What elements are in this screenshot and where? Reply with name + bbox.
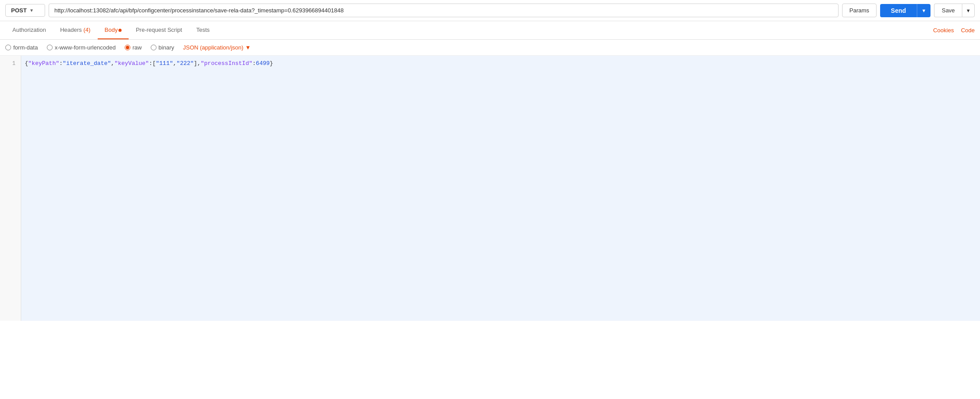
save-button[interactable]: Save — [934, 4, 962, 17]
send-dropdown-button[interactable]: ▼ — [917, 4, 931, 17]
save-button-group: Save ▼ — [934, 4, 975, 17]
val-iterate-date: "iterate_date" — [63, 60, 111, 67]
colon-1: : — [59, 60, 63, 67]
method-label: POST — [11, 7, 27, 14]
val-222: "222" — [176, 60, 194, 67]
json-format-dropdown[interactable]: JSON (application/json) ▼ — [183, 44, 251, 51]
tab-authorization-label: Authorization — [12, 27, 46, 33]
key-keyPath: "keyPath" — [28, 60, 59, 67]
radio-binary-input[interactable] — [151, 45, 156, 50]
tab-authorization[interactable]: Authorization — [5, 21, 53, 39]
body-type-row: form-data x-www-form-urlencoded raw bina… — [0, 40, 980, 56]
method-selector[interactable]: POST ▼ — [5, 4, 45, 17]
radio-x-www-form-urlencoded[interactable]: x-www-form-urlencoded — [47, 44, 116, 51]
comma-3: , — [197, 60, 201, 67]
code-content[interactable]: {"keyPath":"iterate_date","keyValue":["1… — [21, 56, 980, 321]
json-format-label: JSON (application/json) — [183, 44, 244, 51]
val-6499: 6499 — [256, 60, 270, 67]
url-input[interactable] — [49, 4, 839, 17]
line-number-1: 1 — [0, 59, 21, 68]
close-brace: } — [270, 60, 273, 67]
toolbar: POST ▼ Params Send ▼ Save ▼ — [0, 0, 980, 21]
tab-headers-badge: (4) — [84, 27, 91, 33]
radio-binary-label: binary — [159, 44, 174, 51]
radio-x-www-label: x-www-form-urlencoded — [55, 44, 116, 51]
key-processInstId: "processInstId" — [201, 60, 252, 67]
tab-tests-label: Tests — [196, 27, 210, 33]
params-button[interactable]: Params — [842, 4, 877, 17]
method-chevron-icon: ▼ — [29, 8, 34, 13]
line-numbers: 1 — [0, 56, 21, 321]
arr-open: [ — [153, 60, 156, 67]
comma-1: , — [111, 60, 114, 67]
key-keyValue: "keyValue" — [114, 60, 149, 67]
tab-body-dot — [118, 29, 122, 32]
val-111: "111" — [156, 60, 173, 67]
tab-prerequest-label: Pre-request Script — [136, 27, 182, 33]
tab-headers[interactable]: Headers (4) — [53, 21, 98, 39]
radio-form-data[interactable]: form-data — [5, 44, 38, 51]
tab-prerequest[interactable]: Pre-request Script — [129, 21, 189, 39]
radio-x-www-input[interactable] — [47, 45, 53, 50]
editor-area: 1 {"keyPath":"iterate_date","keyValue":[… — [0, 56, 980, 321]
open-brace: { — [25, 60, 28, 67]
colon-2: : — [149, 60, 153, 67]
radio-form-data-label: form-data — [13, 44, 38, 51]
tab-tests[interactable]: Tests — [189, 21, 217, 39]
radio-form-data-input[interactable] — [5, 45, 11, 50]
tabs-row: Authorization Headers (4) Body Pre-reque… — [0, 21, 980, 40]
radio-binary[interactable]: binary — [151, 44, 174, 51]
send-button[interactable]: Send — [880, 4, 916, 17]
radio-raw[interactable]: raw — [125, 44, 142, 51]
radio-raw-input[interactable] — [125, 45, 130, 50]
tab-body[interactable]: Body — [98, 21, 129, 39]
radio-raw-label: raw — [133, 44, 142, 51]
tabs-right-links: Cookies Code — [933, 27, 975, 34]
json-format-chevron-icon: ▼ — [245, 44, 251, 51]
colon-3: : — [252, 60, 256, 67]
send-button-group: Send ▼ — [880, 4, 930, 17]
arr-close: ] — [194, 60, 197, 67]
code-line-1: {"keyPath":"iterate_date","keyValue":["1… — [25, 59, 980, 68]
tab-body-label: Body — [105, 27, 118, 33]
cookies-link[interactable]: Cookies — [933, 27, 954, 34]
code-link[interactable]: Code — [961, 27, 975, 34]
save-dropdown-button[interactable]: ▼ — [962, 4, 975, 17]
tab-headers-label: Headers — [60, 27, 84, 33]
